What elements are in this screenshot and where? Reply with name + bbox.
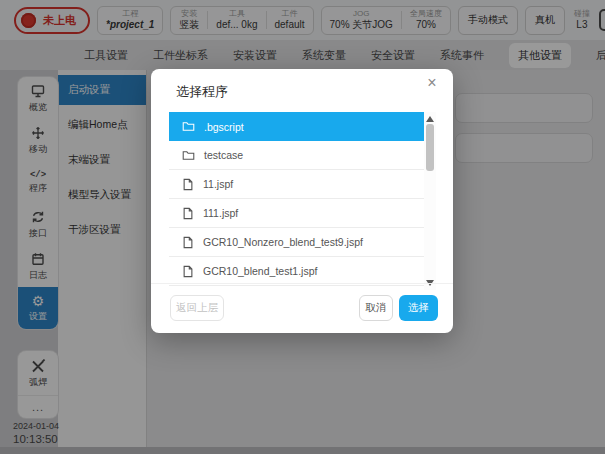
dialog-title: 选择程序 bbox=[176, 83, 228, 101]
folder-icon bbox=[182, 120, 195, 133]
file-icon bbox=[182, 236, 194, 249]
file-row-11[interactable]: 11.jspf bbox=[169, 170, 424, 199]
file-row-bgscript[interactable]: .bgscript bbox=[169, 112, 424, 141]
scroll-up-icon[interactable] bbox=[426, 116, 434, 122]
scrollbar-thumb[interactable] bbox=[426, 124, 434, 171]
file-icon bbox=[182, 178, 194, 191]
select-button[interactable]: 选择 bbox=[399, 295, 438, 321]
back-up-button[interactable]: 返回上层 bbox=[170, 295, 224, 321]
file-row-111[interactable]: 111.jspf bbox=[169, 199, 424, 228]
close-icon[interactable]: × bbox=[423, 74, 441, 92]
file-row-gcr10-nonzero[interactable]: GCR10_Nonzero_blend_test9.jspf bbox=[169, 228, 424, 257]
dialog-footer: 返回上层 取消 选择 bbox=[151, 283, 453, 333]
list-scrollbar[interactable] bbox=[424, 112, 436, 290]
file-row-gcr10-blend[interactable]: GCR10_blend_test1.jspf bbox=[169, 257, 424, 286]
file-icon bbox=[182, 207, 194, 220]
cancel-button[interactable]: 取消 bbox=[359, 295, 393, 321]
file-icon bbox=[182, 265, 194, 278]
file-list: .bgscript testcase 11.jspf 111.jspf bbox=[169, 112, 436, 290]
file-row-testcase[interactable]: testcase bbox=[169, 141, 424, 170]
select-program-dialog: 选择程序 × .bgscript testcase 11.jspf bbox=[151, 69, 453, 333]
folder-icon bbox=[182, 149, 195, 162]
